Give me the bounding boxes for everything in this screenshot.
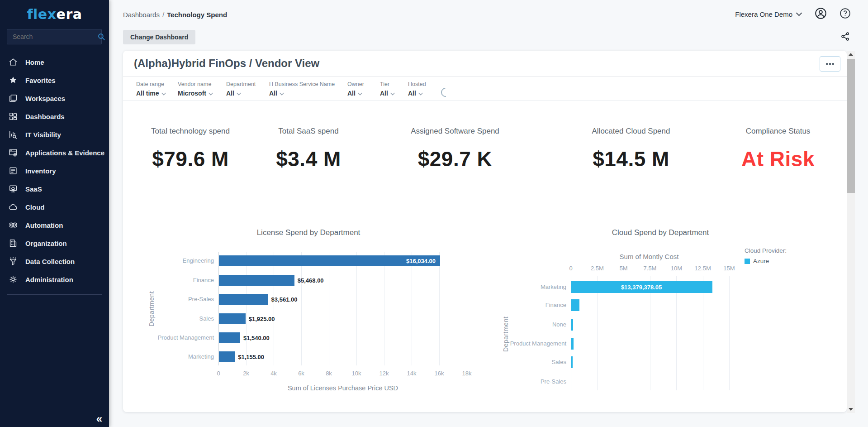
filter-label: H Business Service Name — [269, 81, 335, 87]
filter-department[interactable]: DepartmentAll — [226, 81, 256, 97]
chevron-down-icon — [237, 90, 241, 97]
kpi-assigned-software-spend: Assigned Software Spend$29.7 K — [411, 127, 499, 171]
filter-label: Tier — [380, 81, 395, 87]
vertical-scrollbar[interactable] — [847, 51, 855, 413]
scroll-down-icon[interactable] — [847, 406, 855, 413]
sidebar-item-label: Home — [25, 58, 44, 66]
sidebar-collapse-icon[interactable]: « — [96, 413, 102, 424]
sidebar-item-dashboards[interactable]: Dashboards — [0, 107, 109, 125]
bar-marketing[interactable] — [219, 351, 235, 362]
search-icon[interactable] — [97, 33, 105, 41]
bar-product-management[interactable] — [571, 338, 574, 350]
kpi-label: Assigned Software Spend — [411, 127, 499, 136]
bar-finance[interactable] — [219, 275, 294, 286]
x-tick-label: 15M — [723, 265, 735, 272]
it-visibility-icon — [8, 129, 19, 140]
gridline — [467, 252, 467, 365]
help-icon[interactable] — [840, 8, 851, 21]
chevron-down-icon — [796, 12, 802, 16]
category-label: Product Management — [458, 340, 566, 347]
dashboard-title: (Alpha)Hybrid FinOps / Vendor View — [134, 57, 319, 70]
bar-sales[interactable] — [219, 313, 246, 324]
cloud-icon — [8, 202, 19, 212]
filter-value: Microsoft — [178, 90, 213, 97]
x-tick-label: 5M — [620, 265, 628, 272]
gridline — [218, 252, 219, 365]
chart-title: Cloud Spend by Department — [612, 228, 709, 237]
gridline — [384, 252, 384, 365]
chevron-down-icon — [358, 90, 362, 97]
filter-tier[interactable]: TierAll — [380, 81, 395, 97]
sidebar-item-label: Applications & Evidence — [25, 149, 104, 157]
star-icon — [8, 75, 19, 86]
filter-owner[interactable]: OwnerAll — [347, 81, 364, 97]
chevron-down-icon — [418, 90, 423, 97]
sidebar-divider — [7, 294, 102, 295]
bar-finance[interactable] — [571, 299, 579, 311]
org-switcher[interactable]: Flexera One Demo — [735, 10, 802, 18]
sidebar-item-it-visibility[interactable]: IT Visibility — [0, 125, 109, 144]
chart-x-axis-label: Sum of Licenses Purchase Price USD — [288, 384, 398, 392]
sidebar-item-label: Cloud — [25, 203, 45, 211]
sidebar-item-cloud[interactable]: Cloud — [0, 198, 109, 216]
sidebar-item-workspaces[interactable]: Workspaces — [0, 89, 109, 107]
main-content: Dashboards/Technology Spend Flexera One … — [109, 0, 868, 427]
filter-date-range[interactable]: Date rangeAll time — [136, 81, 166, 97]
sidebar-item-favorites[interactable]: Favorites — [0, 71, 109, 89]
sidebar-item-automation[interactable]: Automation — [0, 216, 109, 234]
sidebar-item-label: Administration — [25, 276, 73, 283]
filter-value: All — [408, 90, 426, 97]
sidebar-item-organization[interactable]: Organization — [0, 234, 109, 252]
filter-vendor-name[interactable]: Vendor nameMicrosoft — [178, 81, 213, 97]
sidebar: flexera HomeFavoritesWorkspacesDashboard… — [0, 0, 109, 427]
bar-value-label: $5,468.00 — [298, 277, 324, 284]
sidebar-item-label: Inventory — [25, 167, 56, 175]
gridline — [571, 276, 571, 390]
sidebar-item-applications-evidence[interactable]: Applications & Evidence — [0, 144, 109, 162]
legend-entry-azure: Azure — [745, 258, 787, 264]
search-input[interactable] — [7, 33, 97, 40]
filter-hosted[interactable]: HostedAll — [408, 81, 426, 97]
bar-value-label: $3,561.00 — [271, 296, 298, 303]
org-switcher-label: Flexera One Demo — [735, 10, 792, 18]
sidebar-item-label: Organization — [25, 240, 67, 247]
filter-h-business-service-name[interactable]: H Business Service NameAll — [269, 81, 335, 97]
sidebar-item-saas[interactable]: SaaS — [0, 180, 109, 198]
card-menu-button[interactable] — [820, 56, 840, 72]
bar-none[interactable] — [571, 319, 573, 331]
account-icon[interactable] — [815, 7, 827, 21]
change-dashboard-button[interactable]: Change Dashboard — [123, 30, 195, 44]
sidebar-item-label: Data Collection — [25, 258, 75, 265]
share-icon[interactable] — [840, 32, 850, 43]
bar-product-management[interactable] — [219, 332, 240, 343]
kpi-total-saas-spend: Total SaaS spend$3.4 M — [276, 127, 341, 171]
workspaces-icon — [8, 93, 19, 104]
breadcrumb-dashboards[interactable]: Dashboards — [123, 11, 160, 19]
sidebar-item-label: SaaS — [25, 185, 42, 193]
category-label: Finance — [105, 277, 214, 283]
x-tick-label: 6k — [298, 370, 304, 377]
bar-value-label: $16,034.00 — [218, 258, 436, 264]
x-tick-label: 4k — [270, 370, 277, 377]
gridline — [439, 252, 440, 365]
inventory-icon — [8, 165, 19, 176]
scrollbar-thumb[interactable] — [847, 59, 855, 193]
loading-spinner-icon — [439, 86, 452, 99]
sidebar-item-inventory[interactable]: Inventory — [0, 162, 109, 180]
gridline — [356, 252, 357, 365]
sidebar-search[interactable] — [7, 29, 102, 44]
breadcrumb: Dashboards/Technology Spend — [123, 11, 227, 19]
gridline — [676, 276, 677, 390]
sidebar-item-administration[interactable]: Administration — [0, 270, 109, 288]
category-label: Sales — [458, 359, 566, 365]
legend-title: Cloud Provider: — [745, 247, 787, 254]
sidebar-item-data-collection[interactable]: Data Collection — [0, 252, 109, 270]
bar-pre-sales[interactable] — [219, 294, 268, 305]
bar-sales[interactable] — [571, 356, 573, 368]
scroll-up-icon[interactable] — [847, 51, 855, 58]
sidebar-item-home[interactable]: Home — [0, 53, 109, 71]
filter-value: All — [269, 90, 335, 97]
gridline — [703, 276, 703, 390]
filter-value: All time — [136, 90, 166, 97]
breadcrumb-current: Technology Spend — [167, 11, 227, 19]
